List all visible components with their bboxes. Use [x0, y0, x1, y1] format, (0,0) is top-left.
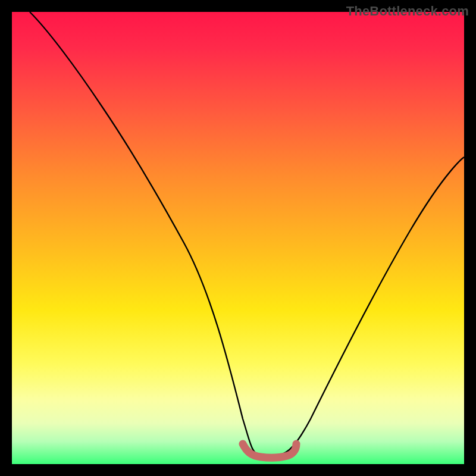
bottleneck-curve [30, 12, 464, 457]
curve-overlay [12, 12, 464, 464]
chart-frame: TheBottleneck.com [0, 0, 476, 476]
watermark-text: TheBottleneck.com [346, 4, 469, 19]
